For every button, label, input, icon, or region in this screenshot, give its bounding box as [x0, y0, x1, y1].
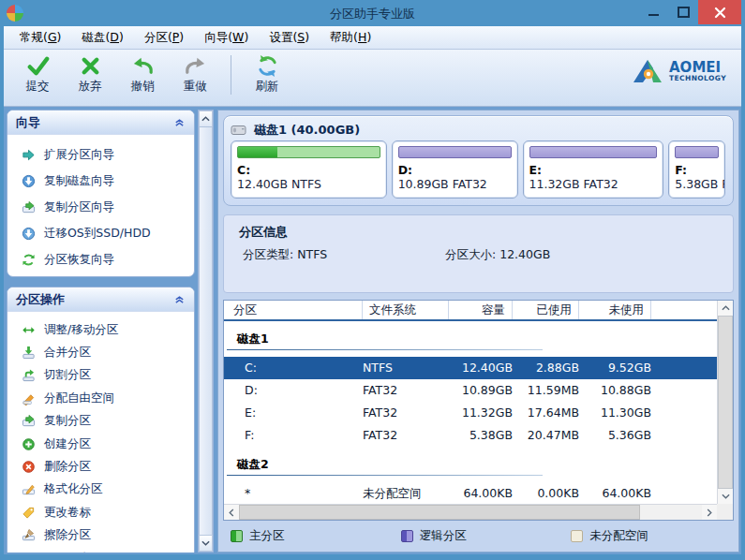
- chevron-down-icon: [722, 494, 730, 499]
- redo-icon: [184, 54, 207, 78]
- sidebar-item-wipe-partition[interactable]: 擦除分区: [7, 524, 194, 547]
- discard-button[interactable]: 放弃: [64, 54, 116, 95]
- disk-label: 磁盘1 (40.00GB): [254, 122, 360, 139]
- sidebar-item-delete-partition[interactable]: 删除分区: [7, 455, 194, 478]
- table-row-d[interactable]: D: FAT32 10.89GB 11.59MB 10.88GB: [224, 379, 717, 402]
- usage-fill: [238, 147, 277, 157]
- split-icon: [22, 368, 36, 382]
- scrollbar-thumb[interactable]: [239, 505, 640, 520]
- operations-panel: 分区操作 调整/移动分区 合并分区 切割分区: [7, 287, 195, 553]
- copy-disk-wizard-icon: [22, 174, 36, 188]
- close-button[interactable]: [698, 0, 741, 24]
- scroll-up-button[interactable]: [199, 111, 213, 127]
- scroll-right-button[interactable]: [702, 505, 717, 520]
- menu-item-wizard[interactable]: 向导(W): [194, 27, 259, 49]
- sidebar-item-partition-recovery-wizard[interactable]: 分区恢复向导: [7, 246, 194, 273]
- menu-item-settings[interactable]: 设置(S): [259, 27, 320, 49]
- scrollbar-thumb[interactable]: [718, 316, 733, 489]
- column-capacity[interactable]: 容量: [449, 301, 513, 319]
- chevron-up-icon: [201, 116, 210, 122]
- partition-alignment-icon: [22, 552, 36, 553]
- app-window: 分区助手专业版 常规(G) 磁盘(D) 分区(P) 向导(W) 设置(S) 帮助…: [0, 0, 745, 560]
- scrollbar-thumb[interactable]: [199, 126, 213, 536]
- undo-icon: [131, 54, 155, 78]
- x-icon: [79, 54, 102, 78]
- refresh-icon: [256, 54, 279, 78]
- sidebar-item-allocate-free-space[interactable]: 分配自由空间: [7, 387, 194, 409]
- collapse-chevron-icon[interactable]: [173, 293, 186, 305]
- column-partition[interactable]: 分区: [224, 301, 363, 319]
- partition-box-e[interactable]: E: 11.32GB FAT32: [523, 140, 664, 199]
- sidebar-scrollbar[interactable]: [198, 110, 214, 553]
- sidebar-item-format-partition[interactable]: 格式化分区: [7, 479, 194, 501]
- chevron-right-icon: [707, 508, 712, 517]
- legend-logical: 逻辑分区: [394, 528, 564, 544]
- wizards-panel-header[interactable]: 向导: [7, 111, 194, 135]
- table-row-unallocated[interactable]: * 未分配空间 64.00KB 0.00KB 64.00KB: [224, 482, 717, 504]
- table-horizontal-scrollbar[interactable]: [224, 504, 717, 520]
- table-row-e[interactable]: E: FAT32 11.32GB 17.64MB 11.30GB: [224, 402, 717, 424]
- toolbar: 提交 放弃 撤销 重做 刷新: [4, 50, 741, 107]
- allocate-free-space-icon: [22, 391, 36, 405]
- menu-item-disk[interactable]: 磁盘(D): [71, 27, 133, 49]
- sidebar-item-create-partition[interactable]: 创建分区: [7, 433, 194, 455]
- scroll-down-button[interactable]: [199, 535, 213, 552]
- disk-graph-panel: 磁盘1 (40.00GB) C: 12.40GB NTFS D: 10.89GB…: [223, 115, 734, 206]
- disk-icon: [231, 124, 247, 137]
- column-used[interactable]: 已使用: [513, 301, 579, 319]
- partition-info-panel: 分区信息 分区类型: NTFS 分区大小: 12.40GB: [223, 214, 734, 293]
- usage-bar: [237, 146, 380, 158]
- sidebar-item-merge[interactable]: 合并分区: [7, 341, 194, 363]
- table-vertical-scrollbar[interactable]: [717, 301, 733, 504]
- menu-item-general[interactable]: 常规(G): [9, 27, 71, 49]
- sidebar-item-migrate-os[interactable]: 迁移OS到SSD/HDD: [7, 220, 194, 246]
- table-row-f[interactable]: F: FAT32 5.38GB 20.47MB 5.36GB: [224, 424, 717, 447]
- operations-panel-header[interactable]: 分区操作: [7, 287, 194, 312]
- legend-primary: 主分区: [223, 528, 394, 544]
- window-title: 分区助手专业版: [4, 6, 741, 22]
- scroll-down-button[interactable]: [718, 489, 733, 504]
- scroll-left-button[interactable]: [224, 505, 239, 520]
- create-partition-icon: [22, 437, 36, 451]
- sidebar-item-change-label[interactable]: 更改卷标: [7, 501, 194, 523]
- wipe-partition-icon: [22, 528, 36, 542]
- resize-move-icon: [22, 323, 36, 337]
- sidebar-item-copy-disk-wizard[interactable]: 复制磁盘向导: [7, 168, 194, 194]
- commit-button[interactable]: 提交: [11, 54, 64, 95]
- chevron-down-icon: [201, 540, 210, 546]
- refresh-button[interactable]: 刷新: [241, 54, 293, 95]
- group-underline: [227, 475, 543, 476]
- partition-table: 分区 文件系统 容量 已使用 未使用 磁盘1 C: NTFS 12.40GB 2…: [223, 300, 734, 521]
- body: 向导 扩展分区向导 复制磁盘向导 复制分区向导: [4, 107, 741, 554]
- sidebar-item-copy-partition-wizard[interactable]: 复制分区向导: [7, 194, 194, 220]
- partition-box-d[interactable]: D: 10.89GB FAT32: [392, 140, 518, 199]
- check-icon: [26, 54, 50, 78]
- partition-size: 分区大小: 12.40GB: [445, 247, 550, 263]
- minimize-icon: [648, 14, 659, 16]
- sidebar-item-split[interactable]: 切割分区: [7, 364, 194, 387]
- scroll-up-button[interactable]: [718, 301, 733, 316]
- recovery-wizard-icon: [22, 253, 36, 267]
- extend-wizard-icon: [22, 148, 36, 162]
- partition-box-f[interactable]: F: 5.38GB F...: [668, 140, 725, 199]
- maximize-button[interactable]: [668, 0, 698, 24]
- sidebar: 向导 扩展分区向导 复制磁盘向导 复制分区向导: [7, 110, 195, 553]
- table-header: 分区 文件系统 容量 已使用 未使用: [224, 301, 733, 321]
- redo-button[interactable]: 重做: [169, 54, 221, 95]
- column-unused[interactable]: 未使用: [579, 301, 651, 319]
- table-row-c[interactable]: C: NTFS 12.40GB 2.88GB 9.52GB: [224, 357, 717, 379]
- sidebar-item-partition-alignment[interactable]: 分区对齐: [7, 547, 194, 553]
- usage-bar: [529, 146, 658, 158]
- collapse-chevron-icon[interactable]: [173, 116, 186, 128]
- column-filesystem[interactable]: 文件系统: [363, 301, 449, 319]
- undo-button[interactable]: 撤销: [116, 54, 169, 95]
- menu-item-help[interactable]: 帮助(H): [320, 27, 381, 49]
- minimize-button[interactable]: [638, 0, 668, 24]
- sidebar-item-extend-partition-wizard[interactable]: 扩展分区向导: [7, 141, 194, 168]
- migrate-os-icon: [22, 227, 36, 241]
- menu-item-partition[interactable]: 分区(P): [134, 27, 194, 49]
- sidebar-item-resize-move[interactable]: 调整/移动分区: [7, 318, 194, 341]
- group-underline: [227, 349, 543, 350]
- partition-box-c[interactable]: C: 12.40GB NTFS: [231, 140, 387, 199]
- sidebar-item-copy-partition[interactable]: 复制分区: [7, 410, 194, 433]
